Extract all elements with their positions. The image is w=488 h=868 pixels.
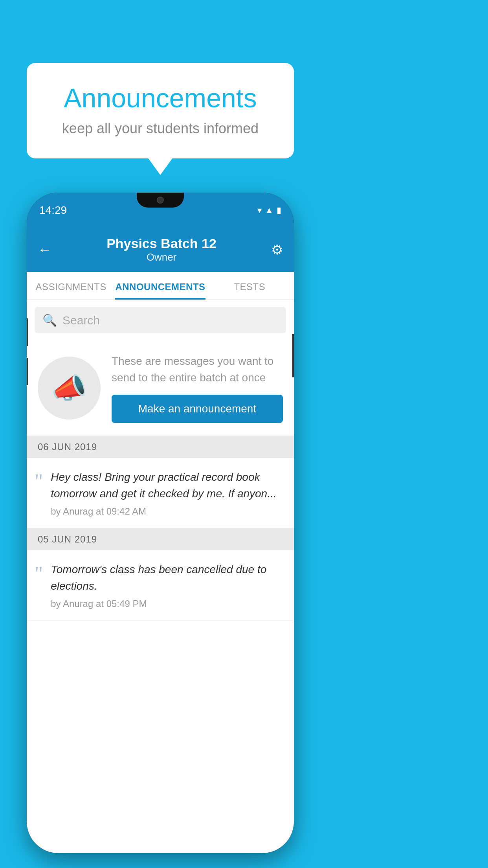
search-placeholder: Search	[62, 314, 100, 327]
quote-icon-2: "	[35, 561, 43, 584]
battery-icon: ▮	[277, 205, 281, 215]
back-button[interactable]: ←	[38, 241, 52, 258]
wifi-icon: ▾	[257, 205, 262, 215]
announcement-text-1: Hey class! Bring your practical record b…	[51, 469, 283, 502]
search-icon: 🔍	[42, 313, 57, 327]
status-icons: ▾ ▲ ▮	[257, 205, 281, 215]
search-bar[interactable]: 🔍 Search	[35, 307, 286, 333]
tabs-bar: ASSIGNMENTS ANNOUNCEMENTS TESTS	[27, 272, 294, 300]
status-bar: 14:29 ▾ ▲ ▮	[27, 193, 294, 228]
announcement-meta-1: by Anurag at 09:42 AM	[51, 506, 283, 517]
date-header-2: 05 JUN 2019	[27, 528, 294, 550]
volume-up-button	[27, 318, 28, 346]
megaphone-icon: 📣	[51, 371, 87, 405]
phone-screen: ← Physics Batch 12 Owner ⚙ ASSIGNMENTS A…	[27, 228, 294, 853]
promo-text-area: These are messages you want to send to t…	[112, 353, 283, 423]
promo-description: These are messages you want to send to t…	[112, 353, 283, 386]
search-container: 🔍 Search	[27, 300, 294, 340]
date-header-1: 06 JUN 2019	[27, 436, 294, 458]
announcement-item-2: " Tomorrow's class has been cancelled du…	[27, 550, 294, 621]
speech-bubble-box: Announcements keep all your students inf…	[27, 63, 294, 158]
tab-tests[interactable]: TESTS	[205, 272, 294, 300]
app-header: ← Physics Batch 12 Owner ⚙	[27, 228, 294, 272]
announcement-text-2: Tomorrow's class has been cancelled due …	[51, 561, 283, 594]
speech-bubble-title: Announcements	[50, 83, 270, 113]
make-announcement-button[interactable]: Make an announcement	[112, 395, 283, 423]
front-camera	[157, 197, 164, 204]
power-button	[292, 334, 294, 377]
announcement-item-1: " Hey class! Bring your practical record…	[27, 458, 294, 528]
header-title: Physics Batch 12 Owner	[106, 236, 216, 263]
tab-announcements[interactable]: ANNOUNCEMENTS	[115, 272, 205, 300]
announcement-meta-2: by Anurag at 05:49 PM	[51, 598, 283, 609]
settings-button[interactable]: ⚙	[271, 242, 283, 257]
phone-frame: 14:29 ▾ ▲ ▮ ← Physics Batch 12 Owner ⚙ A…	[27, 193, 294, 853]
batch-name: Physics Batch 12	[106, 236, 216, 251]
tab-assignments[interactable]: ASSIGNMENTS	[27, 272, 115, 300]
status-time: 14:29	[39, 204, 67, 217]
volume-down-button	[27, 358, 28, 385]
speech-bubble: Announcements keep all your students inf…	[27, 63, 294, 158]
promo-icon-circle: 📣	[38, 357, 101, 419]
announcement-text-wrap-1: Hey class! Bring your practical record b…	[51, 469, 283, 517]
promo-card: 📣 These are messages you want to send to…	[27, 340, 294, 436]
signal-icon: ▲	[265, 205, 273, 215]
quote-icon-1: "	[35, 469, 43, 492]
role-label: Owner	[106, 251, 216, 263]
speech-bubble-subtitle: keep all your students informed	[50, 120, 270, 137]
announcement-text-wrap-2: Tomorrow's class has been cancelled due …	[51, 561, 283, 609]
phone-notch	[137, 193, 184, 208]
